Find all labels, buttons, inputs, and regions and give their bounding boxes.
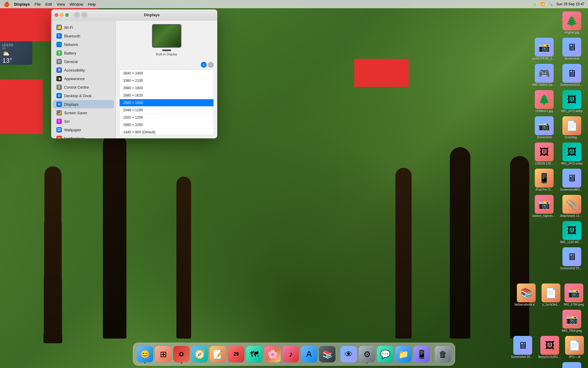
desktop-icon-row-12: 📸 IMG_7868.jpeg — [520, 309, 585, 334]
menubar-window[interactable]: Window — [70, 2, 83, 6]
back-button[interactable]: ‹ — [74, 12, 80, 18]
desktop-icon-screenshot-bottom[interactable]: 🖥 Screenshot 2024-... — [559, 361, 585, 368]
sidebar-label-appearance: Appearance — [64, 77, 85, 81]
fullscreen-button[interactable] — [65, 13, 69, 17]
dock-trash[interactable]: 🗑 — [435, 346, 451, 362]
desktop-icon-screenshot1[interactable]: 🖥 Screenshot — [559, 37, 585, 62]
dock-files[interactable]: 📁 — [395, 346, 412, 362]
forward-button[interactable]: › — [81, 12, 88, 18]
sidebar-item-appearance[interactable]: ◑ Appearance — [53, 74, 114, 83]
apple-menu[interactable]: 🍎 — [4, 1, 9, 7]
resolution-item-3360[interactable]: 3360 × 2100 — [120, 77, 213, 84]
dock-launchpad[interactable]: ⊞ — [155, 346, 171, 362]
dock-references[interactable]: 📚 — [319, 346, 335, 362]
resolution-item-3840[interactable]: 3840 × 2400 — [120, 70, 213, 77]
desktop-icon-9bryy[interactable]: 🖼 9bryy2x13y951.png — [537, 335, 563, 360]
dock-ios-app[interactable]: 📱 — [413, 346, 430, 362]
sidebar-item-bluetooth[interactable]: B Bluetooth — [53, 32, 114, 40]
desktop-icon-jpo[interactable]: 📄 JPO---.tif — [564, 335, 585, 360]
resolution-item-1680[interactable]: 1680 × 1050 — [120, 121, 213, 129]
desktop-icon-scanning[interactable]: 📄 Scanning... — [559, 115, 585, 140]
desktop-icon-midswitch[interactable]: 🎮 MID-Switch Game... — [531, 63, 557, 88]
dock-messages[interactable]: 💬 — [377, 346, 393, 362]
dock-opera[interactable]: O — [173, 346, 190, 362]
desktop-icon-label-screenshotmg: ScreenshotMG_1169.jpg — [560, 188, 584, 191]
minimize-button[interactable] — [60, 13, 64, 17]
dock-music[interactable]: ♪ — [283, 346, 299, 362]
menubar-view[interactable]: View — [57, 2, 65, 6]
dock-appstore[interactable]: A — [301, 346, 317, 362]
desktop-icon-screenshot2024[interactable]: 🖥 Screenshot 2024... — [559, 246, 585, 271]
desktop-icon-pic1[interactable]: 📸 pic662PE9R_5mrFV... — [531, 37, 557, 62]
menubar-edit[interactable]: Edit — [45, 2, 52, 6]
desktop-icon-fairbarns[interactable]: 📚 fairbarnsbook.epub — [513, 282, 539, 307]
sidebar-item-displays[interactable]: 🖥 Displays — [53, 100, 114, 108]
sidebar-item-screensaver[interactable]: 🌙 Screen Saver — [53, 109, 114, 117]
sidebar-item-general[interactable]: ⚙ General — [53, 57, 114, 66]
tree-3 — [176, 177, 191, 339]
desktop-icon-bottomhigh[interactable]: 📸 bottom_highres.jp... — [531, 194, 557, 219]
sidebar-item-siri[interactable]: S Siri — [53, 117, 114, 125]
desktop-icon-img6784[interactable]: 📸 IMG_6784.jpeg — [563, 282, 585, 307]
sidebar-item-network[interactable]: 🌐 Network — [53, 40, 114, 49]
sidebar-item-desktop[interactable]: 🖥 Desktop & Dock — [53, 92, 114, 100]
sidebar-label-wallpaper: Wallpaper — [64, 128, 81, 132]
desktop-icon-screenshot2025[interactable]: 🖥 Screenshot2025-... — [559, 63, 585, 88]
search-icon[interactable]: 🔍 — [548, 2, 553, 6]
calendar-icon: 29 — [233, 352, 239, 357]
dock-safari[interactable]: 🧭 — [191, 346, 208, 362]
resolution-list[interactable]: 3840 × 2400 3360 × 2100 2880 × 1800 2880… — [119, 69, 214, 135]
resolution-item-2560[interactable]: 2560 × 1600 — [120, 99, 213, 107]
sidebar-item-notifications[interactable]: 🔔 Notifications — [53, 134, 114, 138]
dock-finder[interactable]: 😊 — [137, 346, 153, 362]
close-button[interactable] — [55, 13, 58, 17]
dock-calendar[interactable]: 29 — [228, 346, 244, 362]
resolution-item-2048[interactable]: 2048 × 1280 — [120, 107, 213, 114]
desktop-icon-img1190[interactable]: 🖼 IMG_1190.WC.webp — [559, 220, 585, 245]
desktop-icon-screenshot2023[interactable]: 🖥 Screenshot 2023... — [510, 335, 536, 360]
info-display-button[interactable]: ⓘ — [208, 62, 214, 68]
desktop-icon-1583sn[interactable]: 🖼 1583sN.130... — [531, 141, 557, 166]
desktop-icon-original[interactable]: 🌲 original.jpg — [559, 10, 585, 35]
dock-photos[interactable]: 🌸 — [264, 346, 281, 362]
sidebar-item-battery[interactable]: 🔋 Battery — [53, 49, 114, 57]
sidebar-item-wallpaper[interactable]: 🖼 Wallpaper — [53, 126, 114, 134]
desktop-icon-untitled[interactable]: 🌲 Untitled-1.jpg — [531, 89, 557, 114]
dock-preview[interactable]: 👁 — [340, 346, 357, 362]
desktop-icon-thumb-img2472b: 🖼 — [562, 142, 581, 161]
menubar-file[interactable]: File — [34, 2, 41, 6]
desktop-icon-attachment[interactable]: 📎 Attachment-13mb... — [559, 194, 585, 219]
sidebar-item-accessibility[interactable]: ♿ Accessibility — [53, 66, 114, 74]
desktop-icon-img2472b[interactable]: 🖼 IMG_2472.webp — [559, 141, 585, 166]
desktop-icons-area: 🌲 original.jpg 📸 pic662PE9R_5mrFV... 🖥 S… — [520, 10, 585, 368]
desktop-icon-y1a[interactable]: 📄 y_1a-fa3ed... — [540, 282, 562, 307]
desktop-icon-img7868[interactable]: 📸 IMG_7868.jpeg — [559, 309, 585, 334]
menubar: 🍎 Displays File Edit View Window Help 🔋 … — [0, 0, 588, 8]
dock-maps[interactable]: 🗺 — [246, 346, 263, 362]
sidebar-label-battery: Battery — [64, 51, 76, 55]
resolution-item-1920[interactable]: 1920 × 1200 — [120, 114, 213, 121]
desktop-icon-label-ipad: iPad-Pre-Ti... — [536, 188, 553, 191]
sidebar-label-siri: Siri — [64, 119, 70, 124]
desktop-icon-label-original: original.jpg — [565, 31, 579, 34]
resolution-item-2880-1620[interactable]: 2880 × 1620 — [120, 92, 213, 99]
menubar-help[interactable]: Help — [88, 2, 96, 6]
add-display-button[interactable]: + — [201, 62, 207, 68]
desktop-icon-label-bottomhigh: bottom_highres.jp... — [532, 214, 556, 218]
red-window-3[interactable] — [0, 79, 43, 134]
red-window-2[interactable] — [354, 59, 409, 87]
dock-notes[interactable]: 📝 — [210, 346, 226, 362]
resolution-controls-row: + ⓘ — [119, 62, 214, 68]
desktop-icon-ipad[interactable]: 📱 iPad-Pre-Ti... — [531, 168, 557, 193]
sidebar-item-wifi[interactable]: 📶 Wi-Fi — [53, 23, 114, 32]
resolution-item-2880-1800[interactable]: 2880 × 1800 — [120, 84, 213, 92]
resolution-item-1440-default[interactable]: 1440 × 900 (Default) — [120, 129, 213, 135]
desktop-icon-screenshotmg[interactable]: 🖥 ScreenshotMG_1169.jpg — [559, 168, 585, 193]
sidebar-item-control[interactable]: 🎛 Control Centre — [53, 83, 114, 91]
weather-temperature: 13° — [2, 57, 30, 64]
tree-4 — [450, 147, 470, 339]
desktop-icon-screenshot-s[interactable]: 📷 Screenshot — [531, 115, 557, 140]
weather-location: LEEDS — [2, 44, 30, 47]
dock-system-settings[interactable]: ⚙ — [359, 346, 375, 362]
desktop-icon-img2472[interactable]: 🖼 IMG_2472.webp — [559, 89, 585, 114]
